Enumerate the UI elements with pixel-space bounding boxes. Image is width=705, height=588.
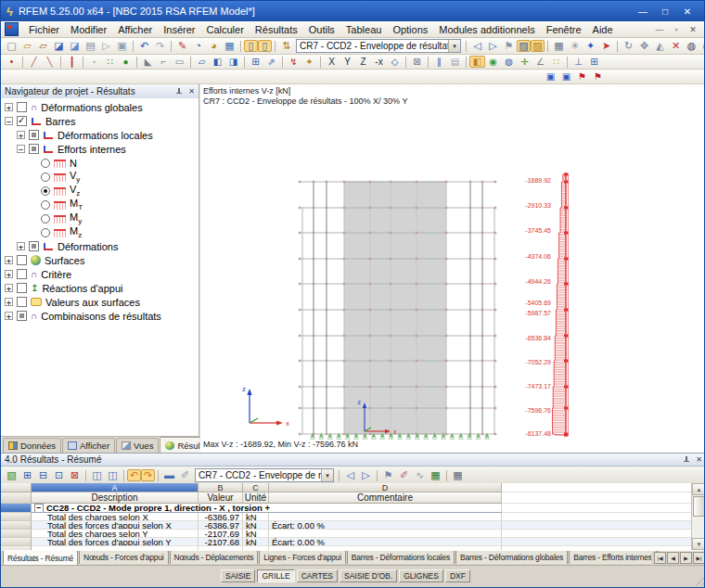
menu-modifier[interactable]: Modifier [65,22,112,37]
mdi-close-icon[interactable]: ✕ [686,25,699,34]
insert-node-icon[interactable]: ◦ [86,56,102,69]
results-case-combo[interactable]: CR7 - CCD2 - Enveloppe de résultats▾ [195,468,334,482]
redo-icon[interactable]: ↷ [152,40,168,53]
row-gutter[interactable] [1,513,32,521]
pin-icon[interactable] [175,87,183,96]
checkbox[interactable] [17,283,27,293]
table-scrollbar[interactable]: ▲ ▼ [691,483,705,550]
result-colors-icon[interactable]: ◉ [485,56,501,69]
margins-icon[interactable]: ⊥ [570,56,586,69]
view-z-icon[interactable]: Z [355,56,371,69]
hinge-icon[interactable]: ⌐ [156,56,172,69]
nodal-load-icon[interactable]: ▱ [194,56,210,69]
tree-item-deformations-globales[interactable]: +∩Déformations globales [1,100,199,114]
unit-cell[interactable]: kN [243,538,269,546]
mdi-minimize-icon[interactable]: — [653,25,666,34]
control-panel-icon[interactable]: ◧ [469,56,485,68]
radio-button[interactable] [41,214,50,224]
checkbox[interactable] [17,311,27,321]
full-view-icon[interactable]: ▦ [222,40,237,53]
value-cell[interactable]: -6386.97 [199,521,243,530]
row-gutter[interactable] [1,492,32,504]
insert-row-icon[interactable]: ⊞ [19,469,35,482]
close-pane-icon[interactable]: ✕ [188,88,195,96]
table-row[interactable]: Total des charges selon X-6386.97kN [1,513,691,521]
last-input-icon[interactable]: ✎ [174,40,190,53]
collapse-icon[interactable]: − [5,117,13,125]
close-icon[interactable]: ✕ [676,3,699,19]
navigator-tab-vues[interactable]: Vues [116,438,159,453]
column-header-commentaire[interactable]: Commentaire [269,492,502,504]
checkbox[interactable] [17,269,27,279]
collapse-group-icon[interactable]: − [34,504,44,513]
row-color-icon[interactable]: ▬ [161,469,177,482]
description-cell[interactable]: Total des forces d'appui selon Y [32,538,199,546]
row-gutter[interactable] [1,504,32,513]
table-view-2-icon[interactable]: ◫ [105,469,121,482]
generate-icon[interactable]: ✦ [301,56,317,69]
checkbox[interactable] [29,130,39,140]
mdi-restore-icon[interactable]: ▫ [670,25,683,34]
menu-fichier[interactable]: Fichier [23,22,65,37]
snap-grid-icon[interactable]: ∷ [548,56,564,69]
save-icon[interactable]: ◪ [67,40,83,53]
status-button-dxf[interactable]: DXF [445,569,470,582]
tree-item-n[interactable]: N [1,156,199,170]
table-tab-lignes-forces-d-appui[interactable]: Lignes - Forces d'appui [259,550,346,564]
comment-icon[interactable]: ▤ [447,56,463,69]
expand-icon[interactable]: + [17,242,25,250]
comment-cell[interactable]: Écart: 0.00 % [269,521,502,530]
column-letter-b[interactable]: B [199,483,243,492]
combo-dropdown-icon[interactable]: ▾ [448,40,460,52]
next-case-icon[interactable]: ▷ [485,40,501,53]
column-header-unite[interactable]: Unité [243,492,269,504]
model-axes-icon[interactable]: ✛ [517,56,532,69]
scroll-up-icon[interactable]: ▲ [692,483,705,495]
table-tab-barres-deformations-globales[interactable]: Barres - Déformations globales [455,550,568,564]
value-cell[interactable]: -2107.69 [199,530,243,538]
checkbox[interactable] [17,116,27,126]
copy-icon[interactable]: ⊞ [248,56,263,69]
comment-cell[interactable] [269,530,502,538]
table-row[interactable]: Total des charges selon Y-2107.69kN [1,530,691,538]
sort-cases-icon[interactable]: ⇅ [278,40,294,53]
show-values-icon[interactable]: ▨ [531,40,545,52]
new-line-icon[interactable]: ╱ [26,56,42,69]
model-document-icon[interactable] [5,22,19,36]
menu-calculer[interactable]: Calculer [200,22,249,37]
new-polyline-icon[interactable]: ╲ [42,56,58,69]
previous-case-icon[interactable]: ◁ [469,40,485,53]
prev-table-case-icon[interactable]: ◁ [342,469,358,482]
tree-item-efforts-internes[interactable]: −Efforts internes [1,142,199,156]
calculator-icon[interactable]: ▦ [450,469,466,482]
tree-item-reactions-d-appui[interactable]: +↥Réactions d'appui [1,281,199,295]
work-plane-1-icon[interactable]: ▣ [543,70,558,83]
expand-icon[interactable]: + [5,312,13,320]
next-table-case-icon[interactable]: ▷ [358,469,374,482]
work-window-2-icon[interactable]: ▯ [258,40,272,52]
send-model-icon[interactable]: ▷ [98,40,114,53]
node-table-icon[interactable]: ∷ [102,56,118,69]
menu-inserer[interactable]: Insérer [158,22,200,37]
save-all-icon[interactable]: ◪ [51,40,67,53]
menu-outils[interactable]: Outils [303,22,340,37]
status-button-glignes[interactable]: GLIGNES [399,569,443,582]
combo-dropdown-icon[interactable]: ▾ [321,469,333,481]
tree-item-vy[interactable]: Vy [1,170,199,184]
status-button-saisie[interactable]: SAISIE [221,569,255,582]
column-letter-a[interactable]: A [32,483,199,492]
results-table-icon[interactable]: ▦ [551,40,567,53]
guide-lines-icon[interactable]: ∥ [431,56,447,69]
work-plane-2-icon[interactable]: ▣ [558,70,574,83]
tree-item-deformations[interactable]: +Déformations [1,239,199,253]
navigator-tab-donnees[interactable]: Données [3,438,61,453]
fe-mesh-icon[interactable]: ✳ [567,40,583,53]
zoom-icon[interactable]: ◔ [190,40,206,53]
status-button-cartes[interactable]: CARTES [297,569,338,582]
view-x-icon[interactable]: X [324,56,340,69]
view-minus-x-icon[interactable]: -x [371,56,387,69]
tree-item-my[interactable]: My [1,211,199,225]
expand-icon[interactable]: + [5,103,13,111]
expand-icon[interactable]: + [5,256,13,264]
value-cell[interactable]: -2107.68 [199,538,243,546]
